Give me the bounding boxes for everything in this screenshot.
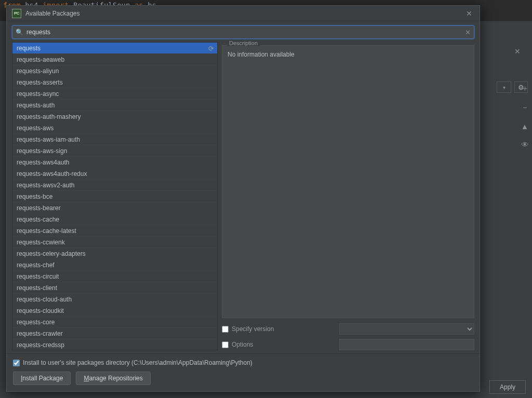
package-item[interactable]: requests-bearer: [12, 202, 217, 214]
package-item[interactable]: requests-cloud-auth: [12, 294, 217, 305]
package-item[interactable]: requests-core: [12, 317, 217, 328]
eye-icon[interactable]: 👁: [521, 140, 529, 149]
package-item[interactable]: requests-async: [12, 88, 217, 100]
refresh-icon[interactable]: ⟳: [208, 45, 214, 52]
search-box: 🔍 ✕: [12, 25, 474, 39]
description-text: No information available: [228, 51, 295, 58]
package-item[interactable]: requests-aliyun: [12, 65, 217, 77]
package-item[interactable]: requests-ccwienk: [12, 237, 217, 248]
pycharm-icon: PC: [12, 9, 21, 18]
search-icon: 🔍: [16, 29, 23, 36]
options-input[interactable]: [339, 339, 474, 350]
dialog-titlebar: PC Available Packages ✕: [7, 6, 480, 21]
manage-repositories-button[interactable]: Manage Repositories: [76, 372, 150, 385]
install-package-button[interactable]: Install Package: [13, 372, 71, 385]
interpreter-dropdown[interactable]: [497, 81, 511, 93]
package-item[interactable]: requests-auth: [12, 100, 217, 111]
apply-button[interactable]: Apply: [489, 380, 526, 394]
install-to-site-label: Install to user's site packages director…: [23, 359, 252, 366]
package-list[interactable]: ⟳ requestsrequests-aeawebrequests-aliyun…: [12, 42, 218, 350]
package-item[interactable]: requests-asserts: [12, 77, 217, 88]
package-item[interactable]: requests-cache-latest: [12, 225, 217, 237]
package-item[interactable]: requests-circuit: [12, 271, 217, 282]
package-item[interactable]: requests-client: [12, 282, 217, 294]
package-item[interactable]: requests-bce: [12, 191, 217, 202]
package-item[interactable]: requests-awsv2-auth: [12, 180, 217, 191]
specify-version-checkbox[interactable]: Specify version: [222, 325, 274, 333]
install-to-user-site-checkbox[interactable]: Install to user's site packages director…: [13, 359, 473, 366]
package-item[interactable]: requests-celery-adapters: [12, 248, 217, 259]
package-item[interactable]: requests-aws4auth: [12, 157, 217, 168]
package-item[interactable]: requests-cache: [12, 214, 217, 225]
up-icon[interactable]: ▲: [521, 122, 529, 131]
close-icon[interactable]: ✕: [464, 9, 474, 18]
description-box: No information available: [222, 45, 474, 318]
dialog-title: Available Packages: [25, 10, 80, 17]
package-item[interactable]: requests-credssp: [12, 339, 217, 350]
package-item[interactable]: requests-auth-mashery: [12, 111, 217, 122]
options-checkbox[interactable]: Options: [222, 341, 253, 348]
remove-icon[interactable]: －: [521, 103, 529, 113]
package-item[interactable]: requests-crawler: [12, 328, 217, 339]
close-icon[interactable]: ✕: [514, 47, 521, 56]
clear-search-icon[interactable]: ✕: [465, 29, 471, 36]
search-input[interactable]: [26, 29, 462, 36]
specify-version-label: Specify version: [232, 325, 274, 333]
package-item[interactable]: requests-aws4auth-redux: [12, 168, 217, 180]
package-item[interactable]: requests-aws-iam-auth: [12, 134, 217, 145]
available-packages-dialog: PC Available Packages ✕ 🔍 ✕ ⟳ requestsre…: [6, 5, 480, 392]
package-item[interactable]: requests-cloudkit: [12, 305, 217, 317]
package-item[interactable]: requests: [12, 43, 217, 54]
package-item[interactable]: requests-aws-sign: [12, 145, 217, 157]
add-icon[interactable]: ＋: [521, 84, 529, 93]
options-label: Options: [232, 341, 253, 348]
package-item[interactable]: requests-aeaweb: [12, 54, 217, 65]
package-item[interactable]: requests-chef: [12, 259, 217, 271]
package-item[interactable]: requests-aws: [12, 122, 217, 134]
description-legend: Description: [227, 40, 260, 46]
version-select[interactable]: [339, 323, 474, 335]
